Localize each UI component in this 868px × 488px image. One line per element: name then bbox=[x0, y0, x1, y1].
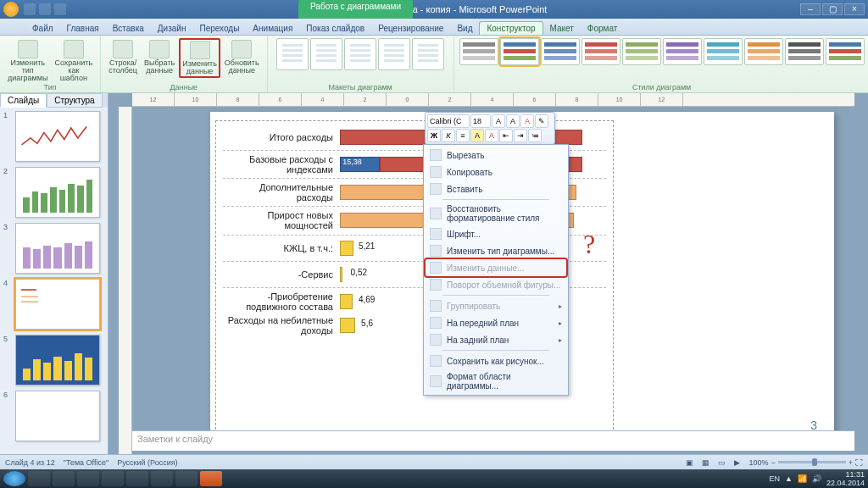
layout-thumb[interactable] bbox=[310, 38, 342, 70]
change-chart-type-button[interactable]: Изменить тип диаграммы bbox=[5, 38, 50, 84]
slides-tab[interactable]: Слайды bbox=[0, 93, 47, 108]
qat-undo-icon[interactable] bbox=[39, 3, 51, 15]
format-painter-icon[interactable]: ✎ bbox=[535, 114, 548, 128]
ribbon: Изменить тип диаграммы Сохранить как шаб… bbox=[0, 36, 868, 93]
tab-slideshow[interactable]: Показ слайдов bbox=[299, 22, 371, 35]
taskbar-word-icon[interactable] bbox=[175, 471, 198, 486]
qat-redo-icon[interactable] bbox=[54, 3, 66, 15]
close-button[interactable]: × bbox=[844, 3, 865, 15]
tab-chart-format[interactable]: Формат bbox=[581, 22, 625, 35]
status-bar: Слайд 4 из 12 "Тема Office" Русский (Рос… bbox=[0, 454, 868, 469]
system-tray[interactable]: EN ▲ 📶 🔊 11:3122.04.2014 bbox=[770, 470, 865, 487]
taskbar-powerpoint-icon[interactable] bbox=[200, 471, 222, 486]
style-thumb[interactable] bbox=[541, 38, 580, 65]
zoom-control[interactable]: 100% − + ⛶ bbox=[748, 458, 863, 467]
ctx-change-chart-type[interactable]: Изменить тип диаграммы... bbox=[426, 242, 566, 259]
refresh-data-button[interactable]: Обновить данные bbox=[222, 38, 262, 76]
taskbar-excel-icon[interactable] bbox=[151, 471, 173, 486]
tab-chart-layout[interactable]: Макет bbox=[543, 22, 581, 35]
style-thumb[interactable] bbox=[785, 38, 824, 65]
tray-network-icon[interactable]: 📶 bbox=[798, 474, 807, 483]
taskbar-media-icon[interactable] bbox=[77, 471, 99, 486]
taskbar-explorer-icon[interactable] bbox=[53, 471, 75, 486]
tray-volume-icon[interactable]: 🔊 bbox=[812, 474, 821, 483]
style-thumb[interactable] bbox=[622, 38, 661, 65]
minimize-button[interactable]: – bbox=[800, 3, 821, 15]
bullets-icon[interactable]: ≔ bbox=[528, 129, 542, 142]
qat-save-icon[interactable] bbox=[24, 3, 36, 15]
style-thumb[interactable] bbox=[704, 38, 743, 65]
layout-thumb[interactable] bbox=[276, 38, 309, 70]
ctx-reset-style[interactable]: Восстановить форматирование стиля bbox=[426, 202, 566, 225]
style-thumb[interactable] bbox=[459, 38, 498, 65]
font-color-icon[interactable]: A bbox=[485, 129, 498, 142]
start-button[interactable] bbox=[3, 471, 25, 486]
slide-thumb[interactable]: 3 bbox=[3, 223, 104, 274]
fit-window-icon[interactable]: ⛶ bbox=[855, 458, 863, 467]
tab-design[interactable]: Дизайн bbox=[151, 22, 193, 35]
tab-chart-design[interactable]: Конструктор bbox=[479, 21, 542, 35]
taskbar-chrome-icon[interactable] bbox=[102, 471, 124, 486]
zoom-slider[interactable] bbox=[778, 461, 846, 463]
select-data-button[interactable]: Выбрать данные bbox=[142, 38, 177, 76]
slide-thumb[interactable]: 5 bbox=[3, 335, 104, 385]
layout-thumb[interactable] bbox=[344, 38, 376, 70]
maximize-button[interactable]: ▢ bbox=[822, 3, 843, 15]
view-slideshow-icon[interactable]: ▶ bbox=[734, 458, 740, 467]
ctx-cut[interactable]: Вырезать bbox=[426, 147, 566, 164]
indent-inc-icon[interactable]: ⇥ bbox=[514, 129, 527, 142]
grow-font-icon[interactable]: A bbox=[492, 114, 505, 128]
font-size-combo[interactable]: 18 bbox=[470, 114, 491, 128]
ctx-copy[interactable]: Копировать bbox=[426, 164, 566, 180]
font-combo[interactable]: Calibri (С bbox=[427, 114, 470, 128]
ctx-format-chart-area[interactable]: Формат области диаграммы... bbox=[426, 369, 566, 393]
zoom-in-icon[interactable]: + bbox=[849, 458, 853, 467]
styles-icon[interactable]: A bbox=[520, 114, 534, 128]
style-thumb[interactable] bbox=[826, 38, 865, 65]
switch-row-col-button[interactable]: Строка/столбец bbox=[106, 38, 140, 76]
style-thumb[interactable] bbox=[663, 38, 702, 65]
taskbar-folder-icon[interactable] bbox=[126, 471, 148, 486]
tab-animation[interactable]: Анимация bbox=[246, 22, 299, 35]
slide-thumb[interactable]: 6 bbox=[3, 391, 104, 441]
view-reading-icon[interactable]: ▭ bbox=[718, 458, 726, 467]
tray-keyboard-layout[interactable]: EN bbox=[770, 474, 781, 483]
bold-icon[interactable]: Ж bbox=[427, 129, 441, 142]
style-thumb[interactable] bbox=[581, 38, 620, 65]
tab-insert[interactable]: Вставка bbox=[106, 22, 151, 35]
view-normal-icon[interactable]: ▣ bbox=[686, 458, 693, 467]
italic-icon[interactable]: К bbox=[442, 129, 455, 142]
shrink-font-icon[interactable]: A bbox=[506, 114, 520, 128]
cut-icon bbox=[430, 149, 442, 161]
edit-data-button[interactable]: Изменить данные bbox=[179, 38, 220, 78]
align-icon[interactable]: ≡ bbox=[456, 129, 470, 142]
view-sorter-icon[interactable]: ▦ bbox=[702, 458, 709, 467]
slide-thumb[interactable]: 1 bbox=[3, 111, 104, 162]
ctx-save-picture[interactable]: Сохранить как рисунок... bbox=[426, 352, 566, 369]
highlight-icon[interactable]: A bbox=[470, 129, 484, 142]
tab-transitions[interactable]: Переходы bbox=[192, 22, 246, 35]
office-button[interactable] bbox=[3, 2, 19, 17]
taskbar-ie-icon[interactable] bbox=[28, 471, 50, 486]
notes-pane[interactable]: Заметки к слайду bbox=[132, 430, 854, 451]
ctx-bring-front[interactable]: На передний план▸ bbox=[426, 314, 566, 331]
ctx-font[interactable]: Шрифт... bbox=[426, 225, 566, 242]
outline-tab[interactable]: Структура bbox=[47, 93, 102, 108]
tray-flag-icon[interactable]: ▲ bbox=[785, 474, 793, 483]
save-template-button[interactable]: Сохранить как шаблон bbox=[52, 38, 95, 84]
ctx-paste[interactable]: Вставить bbox=[426, 180, 566, 197]
tab-view[interactable]: Вид bbox=[450, 22, 479, 35]
status-language[interactable]: Русский (Россия) bbox=[117, 458, 177, 467]
tab-review[interactable]: Рецензирование bbox=[371, 22, 450, 35]
indent-dec-icon[interactable]: ⇤ bbox=[499, 129, 513, 142]
zoom-out-icon[interactable]: − bbox=[771, 458, 775, 467]
layout-thumb[interactable] bbox=[378, 38, 410, 70]
style-thumb[interactable] bbox=[744, 38, 783, 65]
slide-thumb[interactable]: 4▬▬▬▬▬▬▬▬▬▬▬ bbox=[3, 279, 104, 330]
tab-home[interactable]: Главная bbox=[60, 22, 106, 35]
style-thumb[interactable] bbox=[500, 38, 539, 65]
ctx-edit-data[interactable]: Изменить данные... bbox=[426, 259, 566, 276]
slide-thumb[interactable]: 2 bbox=[3, 167, 104, 218]
layout-thumb[interactable] bbox=[412, 38, 444, 70]
tab-file[interactable]: Файл bbox=[25, 22, 60, 35]
